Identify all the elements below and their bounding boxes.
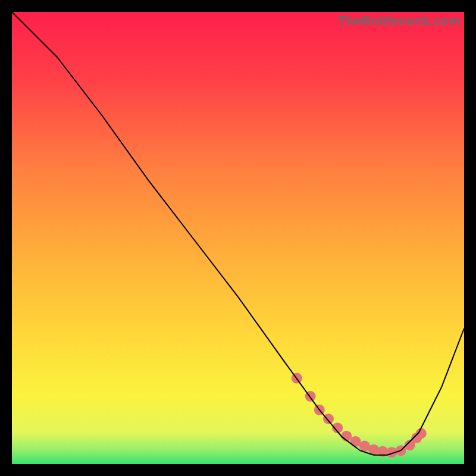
gradient-background	[12, 12, 464, 464]
optimal-marker-dot	[323, 414, 334, 424]
bottleneck-chart	[12, 12, 464, 464]
watermark-text: TheBottleneck.com	[338, 13, 461, 29]
chart-frame: TheBottleneck.com	[12, 12, 464, 464]
